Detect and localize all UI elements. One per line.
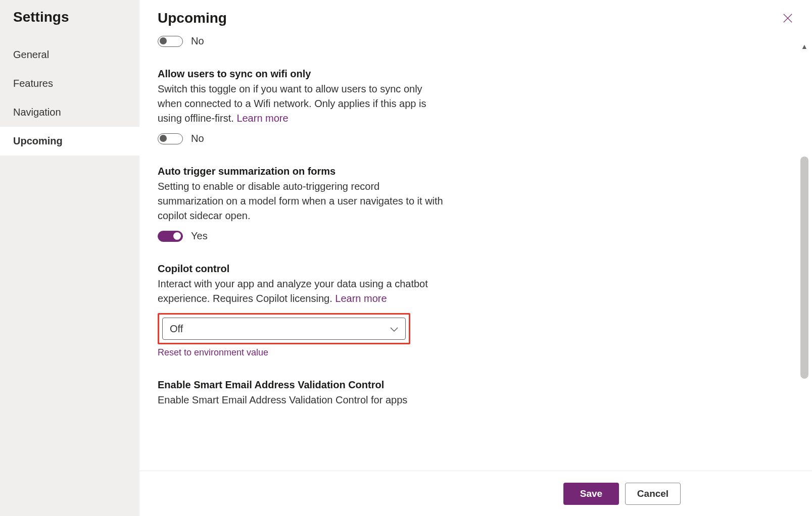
save-button[interactable]: Save xyxy=(563,483,619,505)
setting-title-wifi-sync: Allow users to sync on wifi only xyxy=(158,68,602,80)
toggle-wifi-sync[interactable] xyxy=(158,133,183,144)
chevron-down-icon xyxy=(390,323,398,335)
toggle-auto-summarize[interactable] xyxy=(158,231,183,242)
toggle-unknown-prev[interactable] xyxy=(158,36,183,47)
toggle-label-auto-summarize: Yes xyxy=(191,230,208,242)
sidebar-item-features[interactable]: Features xyxy=(0,69,139,98)
close-icon xyxy=(782,13,793,24)
sidebar-title: Settings xyxy=(0,9,139,40)
toggle-label-wifi: No xyxy=(191,133,204,144)
setting-desc-auto-summarize: Setting to enable or disable auto-trigge… xyxy=(158,179,446,223)
copilot-select[interactable]: Off xyxy=(162,318,406,340)
setting-title-copilot: Copilot control xyxy=(158,263,602,275)
sidebar-item-upcoming[interactable]: Upcoming xyxy=(0,127,139,156)
setting-title-auto-summarize: Auto trigger summarization on forms xyxy=(158,166,602,177)
setting-desc-smart-email: Enable Smart Email Address Validation Co… xyxy=(158,393,446,407)
learn-more-link-copilot[interactable]: Learn more xyxy=(335,293,387,304)
copilot-select-highlight: Off xyxy=(158,313,410,344)
close-button[interactable] xyxy=(782,12,794,24)
scroll-up-arrow-icon[interactable]: ▲ xyxy=(801,42,808,50)
footer-bar: Save Cancel xyxy=(139,471,812,516)
scroll-thumb[interactable] xyxy=(800,157,808,379)
desc-text: Interact with your app and analyze your … xyxy=(158,278,428,304)
main-panel: Upcoming No Allow users to sync on wifi … xyxy=(139,0,812,516)
page-title: Upcoming xyxy=(158,10,227,26)
setting-desc-wifi-sync: Switch this toggle on if you want to all… xyxy=(158,82,446,126)
reset-to-environment-link[interactable]: Reset to environment value xyxy=(158,347,602,358)
setting-desc-copilot: Interact with your app and analyze your … xyxy=(158,277,446,306)
toggle-label: No xyxy=(191,35,204,47)
sidebar-item-general[interactable]: General xyxy=(0,40,139,69)
sidebar-item-navigation[interactable]: Navigation xyxy=(0,98,139,127)
settings-sidebar: Settings General Features Navigation Upc… xyxy=(0,0,139,516)
desc-text: Switch this toggle on if you want to all… xyxy=(158,83,426,124)
cancel-button[interactable]: Cancel xyxy=(625,483,681,505)
learn-more-link-wifi[interactable]: Learn more xyxy=(236,113,288,124)
setting-title-smart-email: Enable Smart Email Address Validation Co… xyxy=(158,379,602,391)
scroll-track[interactable] xyxy=(800,56,808,498)
copilot-select-value: Off xyxy=(170,323,183,335)
vertical-scrollbar[interactable]: ▲ ▼ xyxy=(797,37,812,516)
